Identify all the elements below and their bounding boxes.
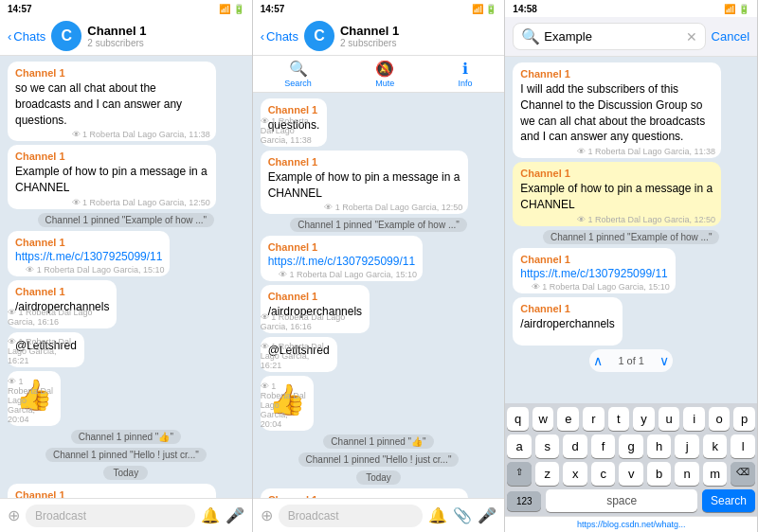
keyboard-row: ⇧zxcvbnm⌫: [507, 462, 755, 486]
keyboard-key[interactable]: ⇧: [507, 462, 532, 486]
keyboard-key[interactable]: y: [633, 407, 655, 431]
msg-link[interactable]: https://t.me/c/1307925099/11: [15, 250, 162, 263]
time-1: 14:57: [8, 4, 32, 14]
toolbar-icon: 🔕: [375, 60, 394, 78]
toolbar-item-mute[interactable]: 🔕 Mute: [375, 60, 394, 88]
keyboard-3[interactable]: qwertyuiopasdfghjkl⇧zxcvbnm⌫123spaceSear…: [505, 403, 757, 516]
msg-meta: 👁 1 Roberta Dal Lago Garcia, 12:50: [72, 198, 210, 207]
message-bubble: @Letitshred👁 1 Roberta Dal Lago Garcia, …: [8, 332, 84, 367]
back-button-2[interactable]: ‹ Chats: [261, 29, 298, 44]
msg-meta: 👁 1 Roberta Dal Lago Garcia, 16:16: [8, 308, 111, 327]
keyboard-key[interactable]: q: [507, 407, 529, 431]
keyboard-key[interactable]: m: [703, 462, 728, 486]
status-bar-3: 14:58 📶 🔋: [505, 0, 757, 17]
panel-1: 14:57 📶 🔋 ‹ Chats C Channel 1 2 subscrib…: [0, 0, 253, 532]
keyboard-key[interactable]: ⌫: [731, 462, 755, 486]
keyboard-key[interactable]: s: [535, 434, 560, 458]
toolbar-icon: ℹ: [462, 60, 468, 78]
msg-meta: 👁 1 Roberta Dal Lago Garcia, 15:10: [532, 282, 670, 292]
msg-meta: 👁 1 Roberta Dal Lago Garcia, 15:10: [26, 265, 164, 275]
keyboard-key[interactable]: o: [709, 407, 731, 431]
channel-info-2: Channel 1 2 subscribers: [340, 24, 496, 48]
msg-link[interactable]: https://t.me/c/1307925099/11: [268, 255, 415, 268]
message-bubble: Channel 1https://t.me/c/1307925099/11👁 1…: [261, 236, 423, 281]
bottom-bar-2: ⊕ Broadcast 🔔 📎 🎤: [253, 498, 505, 532]
keyboard-row: asdfghjkl: [507, 434, 755, 458]
search-nav[interactable]: ∧ 1 of 1 ∨: [589, 349, 673, 372]
msg-meta: 👁 1 Roberta Dal Lago Garcia, 15:10: [279, 270, 417, 279]
keyboard-key[interactable]: a: [507, 434, 532, 458]
nav-down-arrow[interactable]: ∨: [659, 353, 669, 368]
cancel-button-3[interactable]: Cancel: [712, 29, 749, 44]
signal-icons-2: 📶 🔋: [472, 4, 497, 14]
back-label-1: Chats: [13, 29, 45, 44]
nav-up-arrow[interactable]: ∧: [593, 353, 603, 368]
keyboard-key[interactable]: i: [683, 407, 705, 431]
message-bubble: Channel 1so we can all chat about the br…: [8, 62, 216, 141]
system-message: Channel 1 pinned "Example of how ...": [290, 218, 467, 232]
keyboard-key[interactable]: w: [532, 407, 554, 431]
search-input-3[interactable]: Example: [544, 29, 681, 44]
keyboard-key[interactable]: v: [619, 462, 643, 486]
keyboard-row: 123spaceSearch: [507, 489, 755, 512]
keyboard-key[interactable]: t: [608, 407, 630, 431]
keyboard-key[interactable]: f: [591, 434, 616, 458]
back-arrow-icon-2: ‹: [261, 29, 264, 44]
message-bubble: Channel 1/airdroperchannels👁 1 Roberta D…: [8, 280, 117, 328]
msg-sender: Channel 1: [520, 303, 614, 314]
mic-icon-2: 🎤: [478, 506, 496, 524]
keyboard-key[interactable]: p: [733, 407, 755, 431]
search-header-3: 🔍 Example ✕ Cancel: [505, 17, 757, 57]
toolbar-item-info[interactable]: ℹ Info: [459, 60, 473, 88]
status-bar-1: 14:57 📶 🔋: [0, 0, 252, 17]
keyboard-key[interactable]: space: [546, 489, 697, 512]
toolbar-item-search[interactable]: 🔍 Search: [284, 60, 312, 88]
system-message: Channel 1 pinned "Example of how ...": [38, 213, 215, 227]
message-bubble: Channel 1The EYE ICON is in the bottom o…: [8, 484, 216, 498]
keyboard-key[interactable]: x: [563, 462, 587, 486]
msg-meta: 👁 1 Roberta Dal Lago Garcia, 20:04: [8, 377, 55, 424]
channel-info-1: Channel 1 2 subscribers: [87, 24, 244, 48]
search-box-3[interactable]: 🔍 Example ✕: [513, 23, 705, 50]
search-clear-icon[interactable]: ✕: [686, 29, 697, 44]
msg-sender: Channel 1: [15, 489, 208, 498]
keyboard-key[interactable]: 123: [507, 491, 541, 511]
msg-meta: 👁 1 Roberta Dal Lago Garcia, 20:04: [261, 381, 308, 429]
msg-sender: Channel 1: [15, 67, 208, 79]
keyboard-key[interactable]: b: [647, 462, 672, 486]
channel-name-2: Channel 1: [340, 24, 496, 38]
keyboard-key[interactable]: h: [647, 434, 672, 458]
keyboard-key[interactable]: d: [563, 434, 587, 458]
message-bubble: Channel 1/airdroperchannels: [513, 297, 622, 346]
system-message: Channel 1 pinned "👍": [71, 430, 181, 444]
emoji-bubble: 👍 👁 1 Roberta Dal Lago Garcia, 20:04: [261, 376, 314, 431]
keyboard-key[interactable]: g: [619, 434, 643, 458]
time-3: 14:58: [513, 4, 537, 14]
msg-text: Example of how to pin a message in a CHA…: [15, 164, 208, 196]
keyboard-key[interactable]: c: [591, 462, 616, 486]
keyboard-key[interactable]: e: [557, 407, 579, 431]
keyboard-key[interactable]: u: [659, 407, 680, 431]
emoji-bubble: 👍 👁 1 Roberta Dal Lago Garcia, 20:04: [8, 371, 61, 426]
message-bubble: Channel 1questions.👁 1 Roberta Dal Lago …: [261, 98, 328, 147]
keyboard-key[interactable]: k: [703, 434, 728, 458]
channel-name-1: Channel 1: [87, 24, 244, 38]
keyboard-key[interactable]: j: [675, 434, 699, 458]
broadcast-input-2[interactable]: Broadcast: [279, 505, 424, 527]
channel-sub-2: 2 subscribers: [340, 38, 496, 48]
broadcast-input-1[interactable]: Broadcast: [26, 505, 195, 527]
msg-link[interactable]: https://t.me/c/1307925099/11: [520, 267, 667, 280]
keyboard-key[interactable]: n: [675, 462, 699, 486]
signal-icons-1: 📶 🔋: [219, 4, 244, 14]
message-bubble: Channel 1Example of how to pin a message…: [261, 151, 469, 215]
message-bubble: Channel 1I will add the subscribers of t…: [513, 62, 721, 158]
msg-text: so we can all chat about the broadcasts …: [15, 80, 208, 128]
today-label: Today: [103, 466, 148, 480]
keyboard-key[interactable]: r: [583, 407, 605, 431]
message-bubble: Channel 1Example of how to pin a message…: [513, 162, 721, 226]
back-button-1[interactable]: ‹ Chats: [8, 29, 45, 44]
panel-3: 14:58 📶 🔋 🔍 Example ✕ Cancel Channel 1I …: [505, 0, 758, 532]
keyboard-key[interactable]: z: [535, 462, 560, 486]
keyboard-key[interactable]: l: [731, 434, 755, 458]
keyboard-key[interactable]: Search: [702, 489, 755, 512]
